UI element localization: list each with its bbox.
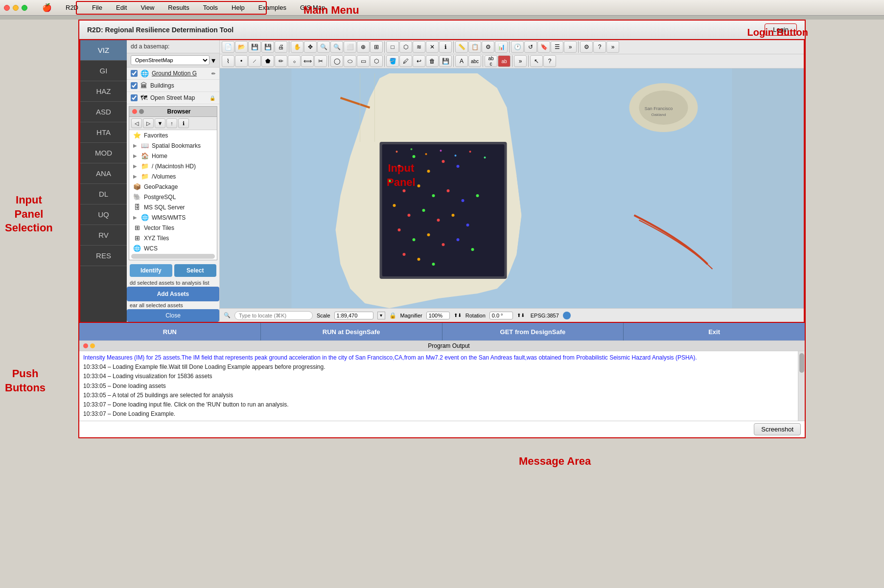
tb-chevron-right2[interactable]: » bbox=[606, 41, 619, 53]
tb-zoom-box[interactable]: ⬜ bbox=[344, 41, 356, 53]
scale-dropdown-btn[interactable]: ▾ bbox=[377, 312, 385, 319]
output-min-btn[interactable] bbox=[90, 343, 95, 348]
sidebar-item-gi[interactable]: GI bbox=[80, 61, 127, 81]
sidebar-item-res[interactable]: RES bbox=[80, 246, 127, 266]
tb2-fill[interactable]: 🪣 bbox=[386, 55, 399, 67]
screenshot-button[interactable]: Screenshot bbox=[754, 423, 801, 435]
tb2-help2[interactable]: ? bbox=[543, 55, 556, 67]
exit-button[interactable]: Exit bbox=[624, 323, 805, 340]
tb-refresh[interactable]: ↺ bbox=[524, 41, 537, 53]
tb-select-rect[interactable]: □ bbox=[386, 41, 399, 53]
tb-save2[interactable]: 💾 bbox=[261, 41, 274, 53]
tb2-label2[interactable]: abc bbox=[468, 55, 481, 67]
rotation-input[interactable] bbox=[489, 312, 513, 319]
browser-filter-btn[interactable]: ▼ bbox=[155, 118, 165, 128]
minimize-traffic-light[interactable] bbox=[13, 5, 19, 11]
sidebar-item-hta[interactable]: HTA bbox=[80, 122, 127, 143]
browser-item-postgresql[interactable]: 🐘PostgreSQL bbox=[129, 192, 217, 202]
menu-r2d[interactable]: R2D bbox=[63, 3, 81, 12]
tb-layers[interactable]: ☰ bbox=[551, 41, 563, 53]
tb2-color[interactable]: ab bbox=[498, 55, 511, 67]
identify-button[interactable]: Identify bbox=[130, 264, 172, 277]
tb-field-calc[interactable]: ⚙ bbox=[482, 41, 494, 53]
tb-zoom-in[interactable]: 🔍 bbox=[317, 41, 330, 53]
tb2-regular[interactable]: ⬡ bbox=[370, 55, 383, 67]
browser-item-macintosh[interactable]: ▶📁/ (Macintosh HD) bbox=[129, 161, 217, 171]
add-assets-button[interactable]: Add Assets bbox=[127, 287, 219, 301]
tb2-stroke[interactable]: 🖊 bbox=[399, 55, 412, 67]
close-traffic-light[interactable] bbox=[4, 5, 10, 11]
tb-time[interactable]: 🕐 bbox=[511, 41, 524, 53]
tb-attr-table[interactable]: 📋 bbox=[468, 41, 481, 53]
tb-open[interactable]: 📂 bbox=[235, 41, 248, 53]
tb-measure[interactable]: 📏 bbox=[455, 41, 468, 53]
tb-zoom-out[interactable]: 🔍 bbox=[330, 41, 343, 53]
scale-input[interactable]: 1:89,470 bbox=[334, 312, 373, 319]
browser-item-spatial[interactable]: ▶📖Spatial Bookmarks bbox=[129, 140, 217, 151]
browser-info-btn[interactable]: ℹ bbox=[178, 118, 189, 128]
crs-button[interactable] bbox=[563, 312, 571, 319]
browser-item-volumes[interactable]: ▶📁/Volumes bbox=[129, 171, 217, 181]
tb-chevron-right[interactable]: » bbox=[564, 41, 577, 53]
menu-view[interactable]: View bbox=[138, 3, 157, 12]
tb-hand[interactable]: ✋ bbox=[291, 41, 303, 53]
browser-close-btn[interactable] bbox=[132, 109, 137, 114]
menu-gis-map[interactable]: GIS Map bbox=[297, 3, 328, 12]
tb2-cut[interactable]: ✂ bbox=[314, 55, 327, 67]
browser-item-vector-tiles[interactable]: ⊞Vector Tiles bbox=[129, 223, 217, 233]
layer-checkbox-ground-motion[interactable] bbox=[131, 70, 138, 77]
tb2-chevron[interactable]: » bbox=[514, 55, 527, 67]
tb-select-poly[interactable]: ⬡ bbox=[399, 41, 412, 53]
tb-zoom-full[interactable]: ⊞ bbox=[370, 41, 383, 53]
tb2-undo[interactable]: ↩ bbox=[413, 55, 425, 67]
browser-back-btn[interactable]: ◁ bbox=[131, 118, 142, 128]
run-button[interactable]: RUN bbox=[79, 323, 261, 340]
tb2-point[interactable]: • bbox=[235, 55, 248, 67]
tb-bookmarks[interactable]: 🔖 bbox=[537, 41, 550, 53]
browser-item-xyz-tiles[interactable]: ⊞XYZ Tiles bbox=[129, 233, 217, 243]
tb2-label3[interactable]: abc bbox=[485, 55, 497, 67]
tb2-save-edit[interactable]: 💾 bbox=[439, 55, 452, 67]
browser-forward-btn[interactable]: ▷ bbox=[143, 118, 154, 128]
tb2-rectangle[interactable]: ▭ bbox=[357, 55, 370, 67]
tb2-circle[interactable]: ◯ bbox=[330, 55, 343, 67]
browser-item-geopackage[interactable]: 📦GeoPackage bbox=[129, 181, 217, 192]
tb-new[interactable]: 📄 bbox=[222, 41, 234, 53]
tb-help[interactable]: ? bbox=[593, 41, 606, 53]
tb2-cursor[interactable]: ↖ bbox=[530, 55, 543, 67]
tb2-ellipse[interactable]: ⬭ bbox=[344, 55, 356, 67]
tb2-delete[interactable]: 🗑 bbox=[426, 55, 439, 67]
tb2-offset[interactable]: ⟺ bbox=[301, 55, 314, 67]
sidebar-item-uq[interactable]: UQ bbox=[80, 204, 127, 225]
tb-deselect[interactable]: ✕ bbox=[426, 41, 439, 53]
map-search-input[interactable] bbox=[234, 311, 313, 320]
tb2-node[interactable]: ⬦ bbox=[288, 55, 301, 67]
tb2-edit[interactable]: ✏ bbox=[275, 55, 287, 67]
magnifier-input[interactable] bbox=[426, 312, 450, 319]
browser-item-mssql[interactable]: 🗄MS SQL Server bbox=[129, 202, 217, 212]
tb2-label[interactable]: A bbox=[455, 55, 468, 67]
browser-upload-btn[interactable]: ↑ bbox=[166, 118, 177, 128]
tb-print[interactable]: 🖨 bbox=[275, 41, 287, 53]
select-button[interactable]: Select bbox=[174, 264, 217, 277]
sidebar-item-haz[interactable]: HAZ bbox=[80, 81, 127, 102]
menu-examples[interactable]: Examples bbox=[256, 3, 289, 12]
menu-tools[interactable]: Tools bbox=[200, 3, 221, 12]
browser-x-btn[interactable] bbox=[139, 109, 144, 114]
sidebar-item-ana[interactable]: ANA bbox=[80, 163, 127, 184]
sidebar-item-asd[interactable]: ASD bbox=[80, 102, 127, 122]
browser-scrollbar[interactable] bbox=[131, 254, 215, 259]
login-button[interactable]: Login bbox=[765, 23, 797, 36]
layer-checkbox-osm[interactable] bbox=[131, 94, 138, 101]
tb-settings[interactable]: ⚙ bbox=[580, 41, 593, 53]
output-scrollbar[interactable] bbox=[798, 351, 805, 421]
browser-item-favorites[interactable]: ⭐Favorites bbox=[129, 130, 217, 140]
menu-results[interactable]: Results bbox=[165, 3, 192, 12]
browser-item-wmswmts[interactable]: ▶ 🌐 WMS/WMTS bbox=[129, 212, 217, 223]
run-designsafe-button[interactable]: RUN at DesignSafe bbox=[261, 323, 442, 340]
tb-select-freehand[interactable]: ≋ bbox=[413, 41, 425, 53]
browser-item-wcs[interactable]: 🌐WCS bbox=[129, 243, 217, 253]
tb2-digitize[interactable]: ⌇ bbox=[222, 55, 234, 67]
apple-menu[interactable]: 🍎 bbox=[39, 2, 55, 13]
tb-stat-summary[interactable]: 📊 bbox=[495, 41, 508, 53]
